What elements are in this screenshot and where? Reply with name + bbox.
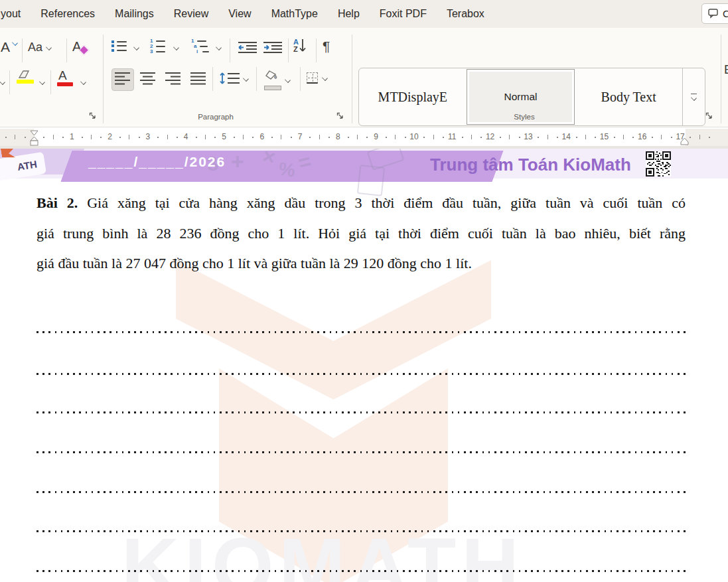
line-spacing-button[interactable] <box>219 71 248 86</box>
comments-button-label: C <box>723 8 728 19</box>
tab-view[interactable]: View <box>228 8 252 20</box>
shrink-font-button[interactable]: A <box>1 39 10 55</box>
multilevel-digit: i <box>196 50 200 53</box>
tab-mathtype[interactable]: MathType <box>271 8 319 20</box>
multilevel-list-button[interactable]: 1 a i <box>191 39 209 53</box>
highlight-color-button[interactable] <box>16 69 33 82</box>
ruler-tick <box>443 137 444 138</box>
tab-help[interactable]: Help <box>337 8 360 20</box>
answer-dotted-line[interactable] <box>36 570 686 572</box>
answer-dotted-line[interactable] <box>36 451 686 453</box>
answer-dotted-line[interactable] <box>36 373 686 375</box>
borders-button[interactable] <box>307 72 327 84</box>
shading-button[interactable] <box>264 69 290 90</box>
chevron-down-icon[interactable] <box>0 79 5 85</box>
ruler-number: 14 <box>562 132 571 141</box>
ruler-tick <box>167 135 168 139</box>
ruler-tick <box>271 137 273 138</box>
font-color-button[interactable]: A <box>58 68 67 83</box>
chevron-down-icon[interactable] <box>133 44 139 50</box>
kiomath-logo-partial-text: ATH <box>17 158 38 172</box>
style-mtdisplaye[interactable]: MTDisplayE <box>359 68 467 125</box>
justify-button[interactable] <box>190 72 206 88</box>
font-color-label: A <box>58 68 67 82</box>
ribbon: A Aa A A <box>0 28 728 127</box>
clear-formatting-button[interactable]: A <box>72 39 81 54</box>
ruler-tick <box>509 135 510 139</box>
ruler-tick <box>291 137 292 138</box>
ruler-tick <box>100 137 102 138</box>
align-right-button[interactable] <box>165 72 181 88</box>
numbering-button[interactable]: 1 2 3 <box>150 39 165 53</box>
chevron-down-icon <box>46 44 52 50</box>
ruler-tick <box>671 137 672 138</box>
ruler-tick <box>139 137 140 138</box>
gallery-more-icon <box>691 94 697 95</box>
ruler-tick <box>519 137 520 138</box>
indent-marker-right[interactable] <box>680 137 690 145</box>
ruler-tick <box>395 135 396 139</box>
word-window: yout References Mailings Review View Mat… <box>0 0 728 582</box>
ruler-tick <box>15 135 15 139</box>
show-formatting-marks-button[interactable]: ¶ <box>323 38 330 54</box>
align-center-button[interactable] <box>139 72 156 88</box>
chevron-down-icon[interactable] <box>216 44 222 50</box>
numbering-digit: 2 <box>150 44 153 48</box>
ruler-tick <box>538 137 539 138</box>
ruler-tick <box>129 135 129 139</box>
tab-review[interactable]: Review <box>173 8 209 20</box>
answer-dotted-line[interactable] <box>36 530 686 532</box>
ruler-number: 5 <box>222 132 226 141</box>
ruler-tick <box>366 137 368 138</box>
answer-dotted-line[interactable] <box>36 331 686 333</box>
ruler-tick <box>119 137 121 138</box>
ruler-tick <box>348 137 349 138</box>
ruler-tick <box>196 137 197 138</box>
ruler-tick <box>5 137 7 138</box>
center-name-title: Trung tâm Toán KioMath <box>430 155 631 175</box>
ruler-tick <box>328 137 330 138</box>
styles-dialog-launcher[interactable] <box>705 111 713 120</box>
ruler-tick <box>547 135 548 139</box>
ribbon-tabs: yout References Mailings Review View Mat… <box>0 0 485 28</box>
ruler-tick <box>433 135 434 139</box>
bullet-icon <box>111 49 114 52</box>
ruler-tick <box>281 135 281 139</box>
tab-references[interactable]: References <box>40 8 96 20</box>
align-left-icon <box>114 72 131 86</box>
tab-mailings[interactable]: Mailings <box>114 8 155 20</box>
change-case-button[interactable]: Aa <box>28 40 51 54</box>
ruler-tick <box>557 137 558 138</box>
bullets-button[interactable] <box>111 40 127 52</box>
chevron-down-icon[interactable] <box>39 79 45 85</box>
answer-dotted-line[interactable] <box>36 411 686 413</box>
editing-group-partial-label: E <box>724 62 728 77</box>
ruler-tick <box>661 135 662 139</box>
ruler-tick <box>177 137 178 138</box>
styles-more-button[interactable] <box>682 68 705 125</box>
ruler-tick <box>82 137 83 138</box>
tab-terabox[interactable]: Terabox <box>446 8 485 20</box>
font-dialog-launcher[interactable] <box>88 111 97 120</box>
answer-dotted-line[interactable] <box>36 491 686 493</box>
align-left-button[interactable] <box>114 72 131 88</box>
shading-color-swatch <box>264 86 281 90</box>
sort-button[interactable]: A Z <box>293 38 307 54</box>
tab-layout-partial[interactable]: yout <box>0 8 21 20</box>
paragraph-dialog-launcher[interactable] <box>336 111 344 120</box>
horizontal-ruler[interactable]: 1234567891011121314151617 <box>0 129 728 146</box>
decrease-indent-button[interactable] <box>238 41 257 56</box>
increase-indent-button[interactable] <box>263 41 283 56</box>
chevron-down-icon[interactable] <box>80 79 86 85</box>
document-page[interactable]: KIOMATH ATH _____/_____/2026 3 + × % = T… <box>0 149 728 582</box>
comments-button[interactable]: C <box>701 3 728 24</box>
chevron-down-icon[interactable] <box>173 44 179 50</box>
ruler-tick <box>632 137 634 138</box>
sort-z-label: Z <box>293 46 299 53</box>
style-body-text[interactable]: Body Text <box>575 68 682 125</box>
ruler-tick <box>157 137 159 138</box>
ruler-tick <box>576 137 577 138</box>
tab-foxit-pdf[interactable]: Foxit PDF <box>379 8 427 20</box>
indent-markers-left[interactable] <box>29 129 39 146</box>
ruler-tick <box>614 137 615 138</box>
